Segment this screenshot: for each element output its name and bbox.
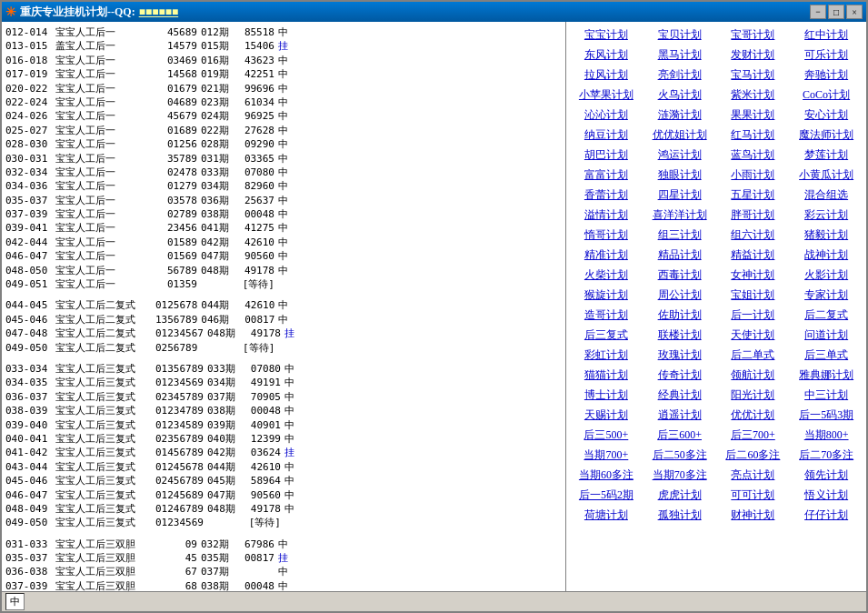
plan-link[interactable]: 香蕾计划	[570, 186, 643, 205]
plan-link[interactable]: 孤独计划	[644, 506, 716, 525]
plan-link[interactable]: 四星计划	[644, 186, 716, 205]
plan-link[interactable]: 玫瑰计划	[644, 346, 716, 365]
plan-link[interactable]: 紫米计划	[717, 85, 790, 105]
plan-link[interactable]: 后三600+	[644, 426, 716, 445]
plan-link[interactable]: 黑马计划	[644, 45, 716, 65]
minimize-button[interactable]: －	[810, 5, 826, 19]
plan-link[interactable]: 果果计划	[717, 106, 790, 125]
plan-link[interactable]: 荷塘计划	[570, 506, 643, 525]
plan-link[interactable]: 纳豆计划	[570, 126, 643, 145]
plan-link[interactable]: 宝马计划	[717, 65, 790, 85]
plan-link[interactable]: 后三500+	[570, 426, 643, 445]
plan-link[interactable]: 红中计划	[790, 25, 863, 45]
plan-link[interactable]: 组三计划	[644, 226, 716, 245]
plan-link[interactable]: 亮点计划	[717, 466, 790, 485]
plan-link[interactable]: 周公计划	[644, 286, 716, 305]
plan-link[interactable]: 天赐计划	[570, 406, 643, 425]
plan-link[interactable]: 溢情计划	[570, 206, 643, 225]
plan-link[interactable]: 小苹果计划	[570, 85, 643, 105]
plan-link[interactable]: 后三700+	[717, 426, 790, 445]
plan-link[interactable]: 后二70多注	[790, 446, 863, 465]
plan-link[interactable]: 领先计划	[790, 466, 863, 485]
plan-link[interactable]: 混合组选	[790, 186, 863, 205]
plan-link[interactable]: 发财计划	[717, 45, 790, 65]
plan-link[interactable]: 喜洋洋计划	[644, 206, 716, 225]
plan-link[interactable]: 组六计划	[717, 226, 790, 245]
plan-link[interactable]: 后一5码2期	[570, 486, 643, 505]
plan-link[interactable]: 红马计划	[717, 126, 790, 145]
plan-link[interactable]: 阳光计划	[717, 386, 790, 405]
plan-link[interactable]: 宝贝计划	[644, 25, 716, 45]
data-scroll[interactable]: 012-014宝宝人工后一45689012期85518中013-015盖宝人工后…	[2, 22, 565, 591]
plan-link[interactable]: 造哥计划	[570, 306, 643, 325]
plan-link[interactable]: 专家计划	[790, 286, 863, 305]
plan-link[interactable]: CoCo计划	[790, 85, 863, 105]
plan-link[interactable]: 安心计划	[790, 106, 863, 125]
plan-link[interactable]: 梦莲计划	[790, 146, 863, 165]
plan-link[interactable]: 火影计划	[790, 266, 863, 285]
plan-link[interactable]: 精益计划	[717, 246, 790, 265]
plan-link[interactable]: 悟义计划	[790, 486, 863, 505]
plan-link[interactable]: 小黄瓜计划	[790, 166, 863, 185]
plan-link[interactable]: 当期70多注	[644, 466, 716, 485]
plan-link[interactable]: 佐助计划	[644, 306, 716, 325]
plan-link[interactable]: 财神计划	[717, 506, 790, 525]
plan-link[interactable]: 逍遥计划	[644, 406, 716, 425]
plan-link[interactable]: 猴旋计划	[570, 286, 643, 305]
plan-link[interactable]: 东风计划	[570, 45, 643, 65]
plan-link[interactable]: 联楼计划	[644, 326, 716, 345]
plan-link[interactable]: 传奇计划	[644, 366, 716, 385]
plan-link[interactable]: 小雨计划	[717, 166, 790, 185]
plan-link[interactable]: 优优计划	[717, 406, 790, 425]
plan-link[interactable]: 彩虹计划	[570, 346, 643, 365]
plan-link[interactable]: 后二50多注	[644, 446, 716, 465]
plan-link[interactable]: 领航计划	[717, 366, 790, 385]
restore-button[interactable]: □	[828, 5, 844, 19]
plan-link[interactable]: 胖哥计划	[717, 206, 790, 225]
plan-link[interactable]: 雅典娜计划	[790, 366, 863, 385]
plan-link[interactable]: 中三计划	[790, 386, 863, 405]
plan-link[interactable]: 博士计划	[570, 386, 643, 405]
plan-link[interactable]: 精品计划	[644, 246, 716, 265]
plan-link[interactable]: 火鸟计划	[644, 85, 716, 105]
plan-link[interactable]: 可乐计划	[790, 45, 863, 65]
qq-link[interactable]: ■■■■■■	[139, 5, 179, 19]
plan-link[interactable]: 彩云计划	[790, 206, 863, 225]
plan-link[interactable]: 宝哥计划	[717, 25, 790, 45]
plan-link[interactable]: 女神计划	[717, 266, 790, 285]
plan-link[interactable]: 当期700+	[570, 446, 643, 465]
plan-link[interactable]: 后三复式	[570, 326, 643, 345]
plan-link[interactable]: 当期800+	[790, 426, 863, 445]
plan-link[interactable]: 涟漪计划	[644, 106, 716, 125]
plan-link[interactable]: 鸿运计划	[644, 146, 716, 165]
plan-link[interactable]: 富富计划	[570, 166, 643, 185]
plan-link[interactable]: 魔法师计划	[790, 126, 863, 145]
plan-link[interactable]: 仔仔计划	[790, 506, 863, 525]
plan-link[interactable]: 宝姐计划	[717, 286, 790, 305]
plan-link[interactable]: 惰哥计划	[570, 226, 643, 245]
close-button[interactable]: ×	[846, 5, 863, 19]
plan-link[interactable]: 优优姐计划	[644, 126, 716, 145]
plan-link[interactable]: 蓝鸟计划	[717, 146, 790, 165]
plan-link[interactable]: 经典计划	[644, 386, 716, 405]
plan-link[interactable]: 拉风计划	[570, 65, 643, 85]
plan-link[interactable]: 天使计划	[717, 326, 790, 345]
plan-link[interactable]: 亮剑计划	[644, 65, 716, 85]
plan-link[interactable]: 精准计划	[570, 246, 643, 265]
plan-link[interactable]: 奔驰计划	[790, 65, 863, 85]
plan-link[interactable]: 猫猫计划	[570, 366, 643, 385]
plan-link[interactable]: 猪毅计划	[790, 226, 863, 245]
plan-link[interactable]: 后一5码3期	[790, 406, 863, 425]
plan-link[interactable]: 战神计划	[790, 246, 863, 265]
plan-link[interactable]: 后一计划	[717, 306, 790, 325]
plan-link[interactable]: 宝宝计划	[570, 25, 643, 45]
plan-link[interactable]: 胡巴计划	[570, 146, 643, 165]
plan-link[interactable]: 五星计划	[717, 186, 790, 205]
plan-link[interactable]: 当期60多注	[570, 466, 643, 485]
plan-link[interactable]: 虎虎计划	[644, 486, 716, 505]
plan-link[interactable]: 后二单式	[717, 346, 790, 365]
plan-link[interactable]: 后三单式	[790, 346, 863, 365]
plan-link[interactable]: 后二60多注	[717, 446, 790, 465]
plan-link[interactable]: 西毒计划	[644, 266, 716, 285]
plan-link[interactable]: 沁沁计划	[570, 106, 643, 125]
